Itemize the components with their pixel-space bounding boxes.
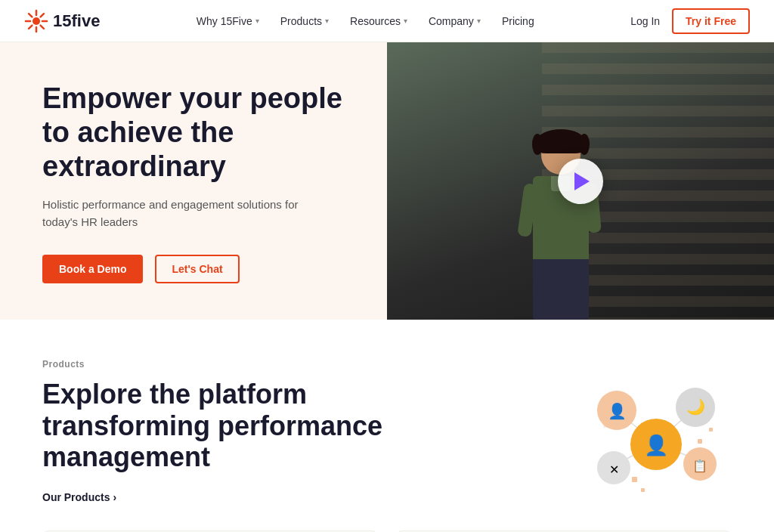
svg-rect-14 [641, 488, 645, 492]
hero-video-bg [387, 42, 774, 320]
arrow-right-icon: › [113, 491, 116, 503]
products-header-wrapper: Products Explore the platform transformi… [42, 359, 732, 503]
svg-rect-16 [709, 428, 713, 431]
logo-icon [24, 9, 48, 33]
nav-products[interactable]: Products ▾ [280, 15, 329, 27]
svg-line-7 [41, 14, 44, 17]
svg-rect-15 [698, 439, 702, 444]
svg-line-8 [29, 25, 32, 28]
svg-text:✕: ✕ [609, 463, 619, 476]
hero-video [387, 42, 774, 320]
logo-text: 15five [53, 11, 100, 31]
products-label: Products [42, 359, 732, 370]
svg-point-0 [33, 17, 40, 25]
chevron-icon: ▾ [255, 17, 259, 25]
products-section: Products Explore the platform transformi… [0, 320, 774, 532]
products-illustration: 🌙 👤 👤 📋 ✕ [580, 379, 732, 500]
chevron-icon: ▾ [404, 17, 407, 25]
try-free-button[interactable]: Try it Free [672, 8, 750, 34]
play-button[interactable] [558, 159, 603, 204]
chevron-icon: ▾ [325, 17, 329, 25]
svg-line-5 [29, 14, 32, 17]
login-button[interactable]: Log In [630, 15, 660, 27]
lets-chat-button[interactable]: Let's Chat [155, 255, 239, 283]
book-demo-button[interactable]: Book a Demo [42, 255, 143, 283]
svg-text:👤: 👤 [608, 402, 627, 420]
illustration-svg: 🌙 👤 👤 📋 ✕ [580, 379, 732, 500]
hero-title: Empower your people to achieve the extra… [42, 82, 357, 183]
hero-content: Empower your people to achieve the extra… [0, 42, 387, 320]
svg-text:📋: 📋 [692, 459, 707, 473]
svg-text:👤: 👤 [644, 433, 669, 457]
nav-links: Why 15Five ▾ Products ▾ Resources ▾ Comp… [197, 15, 534, 27]
hero-subtitle: Holistic performance and engagement solu… [42, 196, 299, 230]
logo[interactable]: 15five [24, 9, 100, 33]
nav-company[interactable]: Company ▾ [429, 15, 481, 27]
nav-actions: Log In Try it Free [630, 8, 750, 34]
hero-section: Empower your people to achieve the extra… [0, 42, 774, 320]
nav-pricing[interactable]: Pricing [502, 15, 534, 27]
nav-resources[interactable]: Resources ▾ [350, 15, 407, 27]
svg-rect-13 [632, 477, 637, 482]
our-products-link[interactable]: Our Products › [42, 491, 450, 503]
chevron-icon: ▾ [477, 17, 481, 25]
nav-why15five[interactable]: Why 15Five ▾ [197, 15, 259, 27]
hero-buttons: Book a Demo Let's Chat [42, 255, 357, 283]
svg-line-6 [41, 25, 44, 28]
svg-text:🌙: 🌙 [686, 397, 705, 416]
play-icon [574, 172, 590, 190]
products-title: Explore the platform transforming perfor… [42, 379, 450, 472]
navbar: 15five Why 15Five ▾ Products ▾ Resources… [0, 0, 774, 42]
